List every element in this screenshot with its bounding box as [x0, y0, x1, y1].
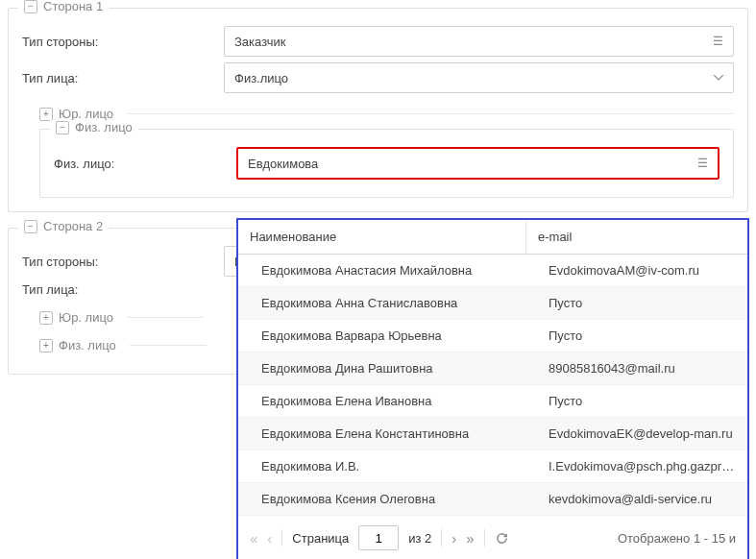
divider [441, 529, 442, 547]
side1-phys-legend[interactable]: − Физ. лицо [50, 120, 138, 134]
minus-icon[interactable]: − [24, 220, 37, 233]
divider [127, 317, 204, 318]
side2-phys-text: Физ. лицо [59, 338, 116, 352]
dropdown-header: Наименование e-mail [238, 220, 747, 255]
table-row[interactable]: Евдокимова Анастасия МихайловнаEvdokimov… [238, 255, 747, 287]
side2-type-label: Тип стороны: [22, 255, 224, 269]
lookup-dropdown: Наименование e-mail Евдокимова Анастасия… [236, 218, 749, 559]
table-row[interactable]: Евдокимова Дина Рашитовна89085816043@mai… [238, 352, 747, 385]
side1-legal-sub[interactable]: + Юр. лицо [39, 107, 734, 121]
row-name: Евдокимова Елена Ивановна [238, 385, 537, 417]
row-name: Евдокимова Елена Константиновна [238, 418, 537, 450]
minus-icon[interactable]: − [56, 121, 69, 134]
row-email: Пусто [537, 287, 747, 319]
divider [281, 529, 282, 547]
row-email: I.Evdokimova@psch.phg.gazprom.ru [537, 450, 747, 482]
col-name-header[interactable]: Наименование [238, 220, 526, 254]
row-email: Пусто [537, 320, 747, 352]
side1-persontype-combo[interactable]: Физ.лицо [224, 62, 734, 93]
side1-phys-row: Физ. лицо: Евдокимова ☰ [54, 147, 719, 180]
pager-info: Отображено 1 - 15 и [618, 531, 736, 546]
row-email: EvdokimovaAM@iv-com.ru [537, 255, 747, 286]
next-page-icon[interactable]: › [451, 530, 456, 547]
row-email: Пусто [537, 385, 747, 417]
menu-icon[interactable]: ☰ [697, 158, 708, 169]
side2-legend[interactable]: − Сторона 2 [18, 219, 109, 233]
table-row[interactable]: Евдокимова Анна СтаниславовнаПусто [238, 287, 747, 320]
row-name: Евдокимова Дина Рашитовна [238, 352, 537, 384]
plus-icon[interactable]: + [39, 311, 53, 325]
side1-type-value: Заказчик [234, 35, 285, 49]
side1-legal-text: Юр. лицо [59, 107, 113, 121]
side1-persontype-row: Тип лица: Физ.лицо [22, 62, 734, 93]
side2-legal-text: Юр. лицо [59, 310, 113, 325]
divider [484, 529, 485, 547]
side1-type-combo[interactable]: Заказчик ☰ [224, 26, 734, 57]
side1-legend[interactable]: − Сторона 1 [18, 0, 109, 13]
side1-phys-label: Физ. лицо: [54, 157, 236, 171]
side2-persontype-label: Тип лица: [22, 282, 224, 297]
page-of: из 2 [408, 531, 431, 546]
row-email: kevdokimova@aldi-service.ru [537, 483, 747, 515]
divider [130, 345, 207, 346]
side1-phys-combo[interactable]: Евдокимова ☰ [236, 147, 719, 180]
side1-persontype-value: Физ.лицо [234, 71, 288, 85]
dropdown-body: Евдокимова Анастасия МихайловнаEvdokimov… [238, 255, 747, 516]
col-email-header[interactable]: e-mail [526, 220, 747, 254]
menu-icon[interactable]: ☰ [713, 36, 723, 47]
row-email: EvdokimovaEK@develop-man.ru [537, 418, 747, 450]
table-row[interactable]: Евдокимова Ксения Олеговнаkevdokimova@al… [238, 483, 747, 516]
page-label: Страница [292, 531, 349, 546]
table-row[interactable]: Евдокимова И.В.I.Evdokimova@psch.phg.gaz… [238, 450, 747, 483]
minus-icon[interactable]: − [24, 0, 37, 13]
chevron-down-icon[interactable] [714, 75, 723, 81]
plus-icon[interactable]: + [39, 339, 53, 352]
table-row[interactable]: Евдокимова Варвара ЮрьевнаПусто [238, 320, 747, 352]
row-name: Евдокимова Ксения Олеговна [238, 483, 537, 515]
side1-type-label: Тип стороны: [22, 35, 224, 49]
side2-legend-text: Сторона 2 [43, 219, 103, 233]
refresh-icon[interactable] [495, 531, 509, 546]
divider [127, 113, 734, 114]
dropdown-pager: « ‹ Страница из 2 › » Отображено 1 - 15 … [238, 516, 747, 559]
table-row[interactable]: Евдокимова Елена КонстантиновнаEvdokimov… [238, 418, 747, 450]
last-page-icon[interactable]: » [466, 530, 474, 547]
side1-phys-legend-text: Физ. лицо [75, 120, 133, 134]
side1-persontype-label: Тип лица: [22, 71, 224, 85]
row-name: Евдокимова Анна Станиславовна [238, 287, 537, 319]
side1-legend-text: Сторона 1 [43, 0, 103, 13]
side1-phys-value: Евдокимова [248, 157, 318, 171]
row-name: Евдокимова И.В. [238, 450, 537, 482]
side1-phys-fieldset: − Физ. лицо Физ. лицо: Евдокимова ☰ [39, 129, 734, 198]
prev-page-icon[interactable]: ‹ [267, 530, 272, 547]
row-email: 89085816043@mail.ru [537, 352, 747, 384]
row-name: Евдокимова Анастасия Михайловна [238, 255, 537, 286]
row-name: Евдокимова Варвара Юрьевна [238, 320, 537, 352]
first-page-icon[interactable]: « [250, 530, 257, 547]
side1-fieldset: − Сторона 1 Тип стороны: Заказчик ☰ Тип … [8, 8, 748, 212]
side1-type-row: Тип стороны: Заказчик ☰ [22, 26, 734, 57]
table-row[interactable]: Евдокимова Елена ИвановнаПусто [238, 385, 747, 418]
page-input[interactable] [358, 525, 399, 550]
plus-icon[interactable]: + [39, 108, 53, 121]
